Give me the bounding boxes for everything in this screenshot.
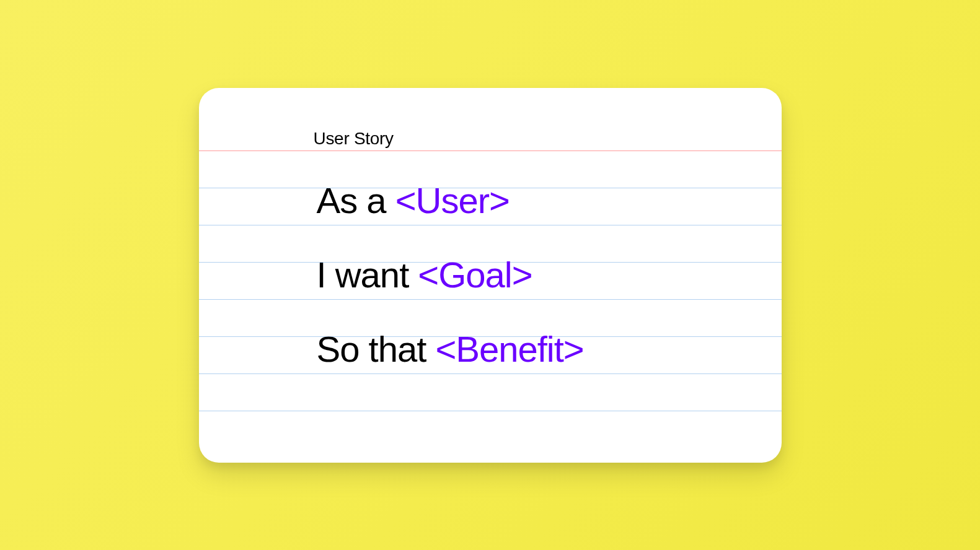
story-prefix: I want <box>317 255 418 295</box>
blue-rule-line <box>199 373 782 374</box>
blue-rule-line <box>199 225 782 225</box>
blue-rule-line <box>199 411 782 411</box>
story-line-iwant: I want <Goal> <box>317 254 532 295</box>
story-line-asa: As a <User> <box>317 180 510 221</box>
card-title: User Story <box>314 129 394 149</box>
red-rule-line <box>199 151 782 151</box>
story-placeholder-user: <User> <box>395 180 510 220</box>
index-card: User Story As a <User> I want <Goal> So … <box>199 88 782 463</box>
story-placeholder-goal: <Goal> <box>418 255 532 295</box>
story-line-sothat: So that <Benefit> <box>317 328 584 370</box>
story-prefix: As a <box>317 180 395 220</box>
story-placeholder-benefit: <Benefit> <box>435 329 583 369</box>
story-prefix: So that <box>317 329 436 369</box>
blue-rule-line <box>199 299 782 300</box>
